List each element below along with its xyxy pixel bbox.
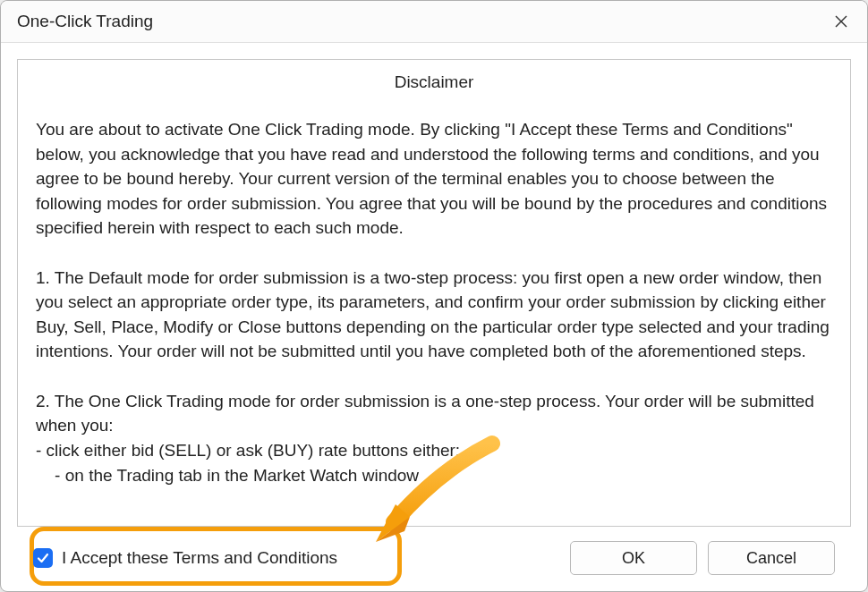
close-button[interactable]	[826, 8, 856, 35]
disclaimer-body: You are about to activate One Click Trad…	[36, 117, 832, 487]
titlebar: One-Click Trading	[1, 1, 867, 43]
disclaimer-para-4-line2: - on the Trading tab in the Market Watch…	[36, 463, 832, 488]
disclaimer-textbox[interactable]: Disclaimer You are about to activate One…	[17, 59, 851, 527]
disclaimer-heading: Disclaimer	[36, 72, 832, 92]
close-icon	[835, 15, 847, 28]
disclaimer-para-2: 1. The Default mode for order submission…	[36, 266, 832, 364]
bottom-bar: I Accept these Terms and Conditions OK C…	[17, 527, 851, 591]
disclaimer-para-3: 2. The One Click Trading mode for order …	[36, 389, 832, 438]
accept-checkbox[interactable]	[33, 548, 53, 568]
accept-checkbox-label[interactable]: I Accept these Terms and Conditions	[62, 548, 337, 568]
disclaimer-para-4-line1: - click either bid (SELL) or ask (BUY) r…	[36, 438, 832, 463]
content-area: Disclaimer You are about to activate One…	[1, 43, 867, 591]
one-click-trading-dialog: One-Click Trading Disclaimer You are abo…	[0, 0, 868, 592]
checkmark-icon	[37, 552, 49, 564]
ok-button[interactable]: OK	[570, 541, 697, 575]
accept-checkbox-container: I Accept these Terms and Conditions	[33, 548, 337, 568]
dialog-title: One-Click Trading	[17, 12, 153, 31]
button-group: OK Cancel	[570, 541, 835, 575]
disclaimer-para-1: You are about to activate One Click Trad…	[36, 117, 832, 241]
cancel-button[interactable]: Cancel	[708, 541, 835, 575]
